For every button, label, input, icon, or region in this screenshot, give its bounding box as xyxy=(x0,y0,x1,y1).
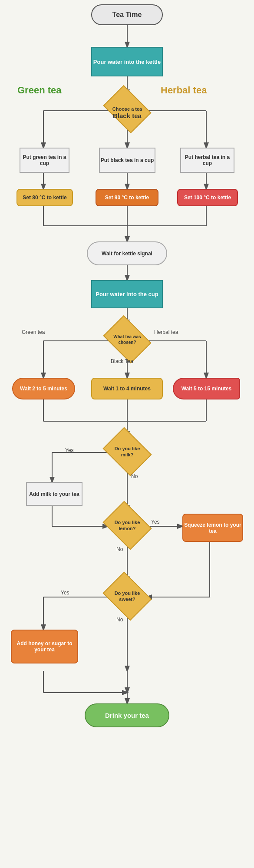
put-green-node: Put green tea in a cup xyxy=(20,148,69,173)
title-node: Tea Time xyxy=(91,4,163,25)
put-black-node: Put black tea in a cup xyxy=(99,148,155,173)
wait-2-5-node: Wait 2 to 5 minutes xyxy=(12,378,75,399)
sweet-yes-label: Yes xyxy=(61,590,69,596)
like-lemon-diamond: Do you like lemon? xyxy=(108,510,147,541)
milk-yes-label: Yes xyxy=(65,447,74,453)
herbal-branch-label: Herbal tea xyxy=(154,329,178,335)
pour-cup-node: Pour water into the cup xyxy=(91,280,163,308)
wait-kettle-node: Wait for kettle signal xyxy=(87,241,167,265)
flowchart: Tea Time Pour water into the kettle Gree… xyxy=(0,0,254,868)
wait-1-4-node: Wait 1 to 4 minutes xyxy=(91,378,163,399)
like-sweet-diamond: Do you like sweet? xyxy=(108,581,147,611)
herbal-tea-label: Herbal tea xyxy=(161,85,207,96)
green-tea-label: Green tea xyxy=(17,85,62,96)
add-milk-node: Add milk to your tea xyxy=(26,482,82,506)
add-honey-node: Add honey or sugar to your tea xyxy=(11,630,78,663)
set-100-node: Set 100 °C to kettle xyxy=(177,189,238,206)
what-tea-diamond: What tea was chosen? xyxy=(108,325,147,354)
like-milk-diamond: Do you like milk? xyxy=(108,436,147,467)
green-branch-label: Green tea xyxy=(22,329,45,335)
put-herbal-node: Put herbal tea in a cup xyxy=(180,148,234,173)
pour-kettle-node: Pour water into the kettle xyxy=(91,47,163,76)
drink-tea-node: Drink your tea xyxy=(85,703,169,727)
milk-no-label: No xyxy=(131,473,138,479)
squeeze-lemon-node: Squeeze lemon to your tea xyxy=(182,514,243,542)
lemon-no-label: No xyxy=(116,546,123,552)
set-80-node: Set 80 °C to kettle xyxy=(16,189,73,206)
sweet-no-label: No xyxy=(116,617,123,623)
lemon-yes-label: Yes xyxy=(151,519,160,525)
set-90-node: Set 90 °C to kettle xyxy=(96,189,158,206)
black-tea-choice-label: Black tea xyxy=(113,112,142,119)
wait-5-15-node: Wait 5 to 15 minutes xyxy=(173,378,240,399)
black-branch-label: Black Tea xyxy=(111,358,133,364)
